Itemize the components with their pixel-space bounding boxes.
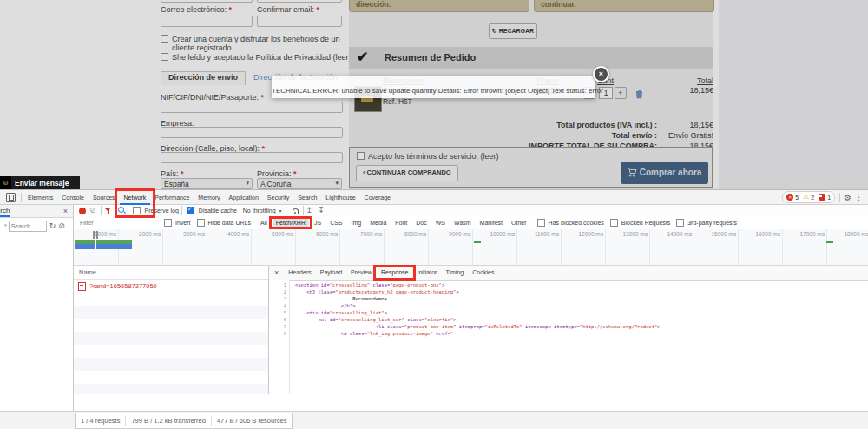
- overview-bar-blue: [75, 244, 132, 249]
- record-icon[interactable]: [79, 208, 86, 214]
- filter-chip-doc[interactable]: Doc: [412, 219, 430, 227]
- timeline-tick-17000-ms: 17000 ms: [783, 229, 827, 266]
- request-error-icon: [78, 282, 86, 291]
- response-code-viewer[interactable]: 12345678 <section id="crossselling" clas…: [269, 280, 868, 394]
- filter-checkbox-3rd-party-requests[interactable]: 3rd-party requests: [676, 219, 737, 227]
- detail-tab-payload[interactable]: Payload: [316, 266, 346, 280]
- timeline-tick-6000-ms: 6000 ms: [296, 229, 340, 266]
- request-detail-panel: × HeadersPayloadPreviewResponseInitiator…: [269, 266, 868, 394]
- hide-data-urls-checkbox[interactable]: Hide data URLs: [197, 219, 251, 227]
- devtools-tab-elements[interactable]: Elements: [23, 190, 57, 205]
- status-segment-2: 477 B / 606 B resources: [217, 417, 286, 425]
- devtools-tab-coverage[interactable]: Coverage: [360, 190, 395, 205]
- timeline-tick-3000-ms: 3000 ms: [163, 229, 207, 266]
- filter-checkbox-blocked-requests[interactable]: Blocked Requests: [610, 219, 670, 227]
- detail-tab-response[interactable]: Response: [377, 266, 413, 280]
- search-drawer-title: Search: [0, 207, 10, 215]
- filter-chip-wasm[interactable]: Wasm: [450, 219, 475, 227]
- search-input[interactable]: [9, 221, 47, 232]
- timeline-divider: [95, 238, 96, 251]
- filter-funnel-icon[interactable]: [104, 207, 112, 214]
- devtools-tab-sources[interactable]: Sources: [89, 190, 120, 205]
- filter-chip-all[interactable]: All: [257, 219, 271, 227]
- request-table-name-header[interactable]: Name: [74, 266, 268, 280]
- error-tooltip: TECHNICAL ERROR: unable to save update q…: [272, 76, 595, 98]
- devtools-tab-network[interactable]: Network: [120, 190, 151, 205]
- console-badges[interactable]: ×5 ⚠2 1: [782, 191, 835, 203]
- close-icon[interactable]: ×: [269, 268, 284, 277]
- filter-chip-other[interactable]: Other: [508, 219, 530, 227]
- filter-chip-font[interactable]: Font: [391, 219, 411, 227]
- preserve-log-checkbox[interactable]: [133, 207, 141, 214]
- devtools-tab-memory[interactable]: Memory: [194, 190, 224, 205]
- close-icon[interactable]: ×: [593, 66, 609, 82]
- detail-tab-initiator[interactable]: Initiator: [412, 266, 441, 280]
- filter-checkbox-has-blocked-cookies[interactable]: Has blocked cookies: [537, 219, 604, 227]
- clear-icon[interactable]: ⊘: [58, 221, 65, 230]
- devtools-tab-application[interactable]: Application: [225, 190, 263, 205]
- detail-tab-preview[interactable]: Preview: [346, 266, 377, 280]
- timeline-tick-10000-ms: 10000 ms: [473, 229, 517, 266]
- network-filter-bar: Invert Hide data URLs AllFetch/XHRJSCSSI…: [74, 216, 868, 230]
- device-toolbar-icon[interactable]: [6, 193, 16, 202]
- search-drawer-controls: .* ↻ ⊘: [0, 218, 73, 234]
- code-line-4: </h3>: [295, 302, 661, 309]
- filter-input[interactable]: [78, 217, 158, 228]
- chat-widget[interactable]: ☺ Enviar mensaje: [0, 176, 80, 189]
- annotation-box-fetch-xhr: [269, 216, 312, 229]
- devtools-panel: ElementsConsoleSourcesNetworkPerformance…: [0, 189, 868, 429]
- preserve-log-label: Preserve log: [145, 208, 179, 214]
- disable-cache-checkbox[interactable]: [187, 207, 194, 214]
- timeline-tick-15000-ms: 15000 ms: [694, 229, 739, 266]
- code-line-2: <h3 class="productscategory_h2 page-prod…: [295, 288, 661, 295]
- divider: [303, 206, 304, 215]
- request-waterfall-bar[interactable]: [826, 241, 833, 243]
- filter-chip-css[interactable]: CSS: [326, 219, 345, 227]
- timeline-tick-4000-ms: 4000 ms: [207, 229, 252, 266]
- devtools-tab-performance[interactable]: Performance: [150, 190, 194, 205]
- close-icon[interactable]: ×: [63, 207, 68, 215]
- filter-chip-media[interactable]: Media: [366, 219, 390, 227]
- code-line-3: Recomendamos: [295, 295, 661, 302]
- search-drawer-header: Search ×: [0, 205, 73, 218]
- filter-chip-fetch-xhr[interactable]: Fetch/XHR: [273, 219, 309, 227]
- request-waterfall-bar[interactable]: [474, 241, 481, 243]
- clear-network-icon[interactable]: ⊘: [89, 207, 96, 214]
- regex-toggle-icon[interactable]: .*: [3, 223, 7, 229]
- warning-icon: ⚠: [803, 194, 809, 201]
- invert-checkbox[interactable]: Invert: [164, 219, 191, 227]
- filter-chip-ws[interactable]: WS: [432, 219, 449, 227]
- timeline-tick-16000-ms: 16000 ms: [739, 229, 783, 266]
- filter-chip-manifest[interactable]: Manifest: [477, 219, 506, 227]
- divider: [101, 206, 102, 215]
- devtools-tab-console[interactable]: Console: [57, 190, 89, 205]
- request-row[interactable]: ?rand=1656587377050: [74, 280, 268, 293]
- kebab-menu-icon[interactable]: ⋮: [855, 193, 863, 201]
- filter-chip-js[interactable]: JS: [311, 219, 325, 227]
- search-icon[interactable]: [118, 207, 126, 214]
- gear-icon[interactable]: ⚙: [844, 193, 852, 202]
- network-conditions-icon[interactable]: [291, 207, 299, 214]
- devtools-tab-search[interactable]: Search: [293, 190, 321, 205]
- network-timeline[interactable]: 1000 ms2000 ms3000 ms4000 ms5000 ms6000 …: [74, 229, 868, 266]
- timeline-tick-18000-ms: 18000 ms: [827, 229, 868, 266]
- detail-tab-timing[interactable]: Timing: [441, 266, 468, 280]
- filter-chip-img[interactable]: Img: [348, 219, 365, 227]
- devtools-tab-security[interactable]: Security: [263, 190, 293, 205]
- divider: [21, 193, 22, 202]
- devtools-tab-lighthouse[interactable]: Lighthouse: [321, 190, 359, 205]
- detail-tab-cookies[interactable]: Cookies: [468, 266, 498, 280]
- export-har-icon[interactable]: ↧: [318, 207, 325, 214]
- refresh-icon[interactable]: ↻: [49, 221, 56, 230]
- detail-tab-headers[interactable]: Headers: [284, 266, 315, 280]
- warning-count: 2: [811, 195, 814, 201]
- timeline-tick-12000-ms: 12000 ms: [562, 229, 606, 266]
- throttling-select[interactable]: No throttling▾: [243, 208, 287, 214]
- network-panel: ⊘ Preserve log Disable cache No throttli…: [74, 205, 868, 412]
- checkout-page: Correo electrónico: * Confirmar email: *…: [0, 0, 868, 189]
- request-table: Name ?rand=1656587377050: [74, 266, 269, 394]
- timeline-tick-5000-ms: 5000 ms: [252, 229, 296, 266]
- disable-cache-label: Disable cache: [199, 208, 237, 214]
- divider: [839, 193, 840, 202]
- import-har-icon[interactable]: ↥: [306, 207, 313, 214]
